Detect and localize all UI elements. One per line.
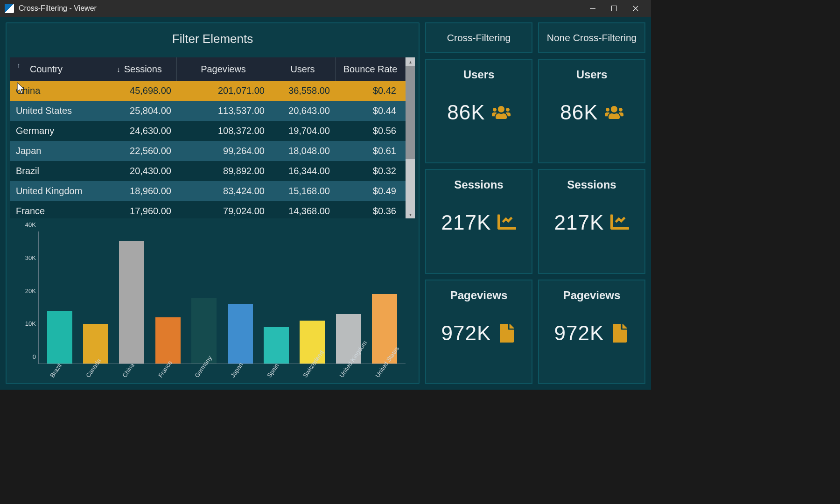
scrollbar[interactable]: ▴ ▾ — [406, 57, 415, 218]
cell-users: 16,344.00 — [270, 166, 336, 176]
window-title: Cross-Filtering - Viewer — [19, 4, 97, 13]
kpi-title: Sessions — [567, 178, 616, 191]
scroll-down-icon[interactable]: ▾ — [409, 210, 412, 218]
bar[interactable] — [336, 231, 361, 364]
bar-chart: 010K20K30K40K BrazilCanadaChinaFranceGer… — [10, 225, 415, 379]
cell-pageviews: 79,024.00 — [177, 206, 270, 217]
panel-title: Filter Elements — [7, 23, 419, 53]
cell-country: United States — [10, 105, 102, 116]
cell-users: 20,643.00 — [270, 105, 336, 116]
y-tick-label: 0 — [16, 353, 36, 360]
table-row[interactable]: France17,960.0079,024.0014,368.00$0.36 — [10, 201, 406, 218]
cell-country: Japan — [10, 146, 102, 156]
kpi-title: Sessions — [454, 178, 503, 191]
close-button[interactable] — [625, 0, 646, 17]
kpi-pageviews-ncf[interactable]: Pageviews 972K — [538, 280, 645, 384]
bar[interactable] — [191, 231, 217, 364]
x-axis-labels: BrazilCanadaChinaFranceGermanyJapanSpain… — [38, 368, 406, 375]
maximize-button[interactable] — [603, 0, 625, 17]
table-row[interactable]: United States25,804.00113,537.0020,643.0… — [10, 101, 406, 121]
col-header-sessions[interactable]: ↓ Sessions — [102, 57, 177, 81]
kpi-value: 86K — [560, 101, 598, 124]
kpi-title: Users — [463, 68, 495, 81]
cell-users: 14,368.00 — [270, 206, 336, 217]
bar[interactable] — [119, 231, 144, 364]
table-row[interactable]: Japan22,560.0099,264.0018,048.00$0.61 — [10, 141, 406, 161]
cell-country: Germany — [10, 126, 102, 136]
bar[interactable] — [83, 231, 108, 364]
table-row[interactable]: Brazil20,430.0089,892.0016,344.00$0.32 — [10, 161, 406, 181]
bar[interactable] — [228, 231, 253, 364]
sort-desc-icon: ↓ — [117, 65, 120, 73]
kpi-sessions-cf[interactable]: Sessions 217K — [425, 169, 532, 273]
kpi-title: Pageviews — [563, 289, 621, 302]
bars-container — [39, 231, 406, 364]
cell-bounce: $0.56 — [336, 126, 406, 136]
cell-sessions: 17,960.00 — [102, 206, 177, 217]
col-header-pageviews[interactable]: Pageviews — [177, 57, 270, 81]
kpi-users-ncf[interactable]: Users 86K — [538, 59, 645, 163]
col-header-bounce[interactable]: Bounce Rate — [336, 57, 406, 81]
cell-country: Brazil — [10, 166, 102, 176]
y-tick-label: 30K — [16, 254, 36, 261]
minimize-button[interactable] — [582, 0, 603, 17]
kpi-pageviews-cf[interactable]: Pageviews 972K — [425, 280, 532, 384]
app-icon — [5, 4, 14, 13]
file-icon — [610, 324, 629, 343]
cell-users: 15,168.00 — [270, 186, 336, 196]
kpi-value: 217K — [554, 211, 604, 234]
cell-bounce: $0.44 — [336, 105, 406, 116]
users-icon — [605, 103, 623, 122]
kpi-users-cf[interactable]: Users 86K — [425, 59, 532, 163]
plot-area: 010K20K30K40K — [38, 231, 406, 364]
kpi-value: 972K — [554, 322, 604, 345]
titlebar[interactable]: Cross-Filtering - Viewer — [0, 0, 651, 17]
col-header-users[interactable]: Users — [270, 57, 336, 81]
scroll-thumb[interactable] — [406, 66, 415, 159]
table-header-row: ↑ Country ↓ Sessions Pageviews Users Bou… — [10, 57, 406, 81]
table-row[interactable]: Germany24,630.00108,372.0019,704.00$0.56 — [10, 121, 406, 141]
cell-sessions: 24,630.00 — [102, 126, 177, 136]
filter-elements-panel: Filter Elements ↑ Country ↓ Sessions Pag… — [6, 22, 420, 384]
cell-pageviews: 108,372.00 — [177, 126, 270, 136]
col-header-country[interactable]: ↑ Country — [10, 57, 102, 81]
kpi-title: Pageviews — [450, 289, 508, 302]
cell-bounce: $0.42 — [336, 85, 406, 96]
cell-sessions: 25,804.00 — [102, 105, 177, 116]
y-tick-label: 20K — [16, 287, 36, 294]
bar[interactable] — [300, 231, 325, 364]
cell-bounce: $0.36 — [336, 206, 406, 217]
cell-country: France — [10, 206, 102, 217]
bar[interactable] — [47, 231, 72, 364]
col-header-cf: Cross-Filtering — [425, 22, 532, 53]
kpi-title: Users — [576, 68, 608, 81]
kpi-value: 86K — [447, 101, 485, 124]
cell-bounce: $0.61 — [336, 146, 406, 156]
cell-country: United Kingdom — [10, 186, 102, 196]
cell-sessions: 45,698.00 — [102, 85, 177, 96]
cell-sessions: 18,960.00 — [102, 186, 177, 196]
bar[interactable] — [264, 231, 289, 364]
table-body: China45,698.00201,071.0036,558.00$0.42Un… — [10, 81, 406, 218]
bar[interactable] — [155, 231, 181, 364]
bar[interactable] — [372, 231, 397, 364]
cell-country: China — [10, 85, 102, 96]
scroll-up-icon[interactable]: ▴ — [409, 57, 412, 66]
y-tick-label: 10K — [16, 320, 36, 327]
none-cross-filtering-column: None Cross-Filtering Users 86K Sessions … — [538, 22, 645, 384]
kpi-sessions-ncf[interactable]: Sessions 217K — [538, 169, 645, 273]
cell-users: 36,558.00 — [270, 85, 336, 96]
cell-bounce: $0.32 — [336, 166, 406, 176]
cell-pageviews: 89,892.00 — [177, 166, 270, 176]
file-icon — [497, 324, 516, 343]
y-tick-label: 40K — [16, 221, 36, 228]
table-row[interactable]: China45,698.00201,071.0036,558.00$0.42 — [10, 81, 406, 101]
cell-users: 18,048.00 — [270, 146, 336, 156]
kpi-value: 217K — [441, 211, 491, 234]
cross-filtering-column: Cross-Filtering Users 86K Sessions 217K — [425, 22, 532, 384]
cell-users: 19,704.00 — [270, 126, 336, 136]
cell-bounce: $0.49 — [336, 186, 406, 196]
table-row[interactable]: United Kingdom18,960.0083,424.0015,168.0… — [10, 181, 406, 201]
content-area: Filter Elements ↑ Country ↓ Sessions Pag… — [0, 17, 651, 390]
cell-pageviews: 201,071.00 — [177, 85, 270, 96]
